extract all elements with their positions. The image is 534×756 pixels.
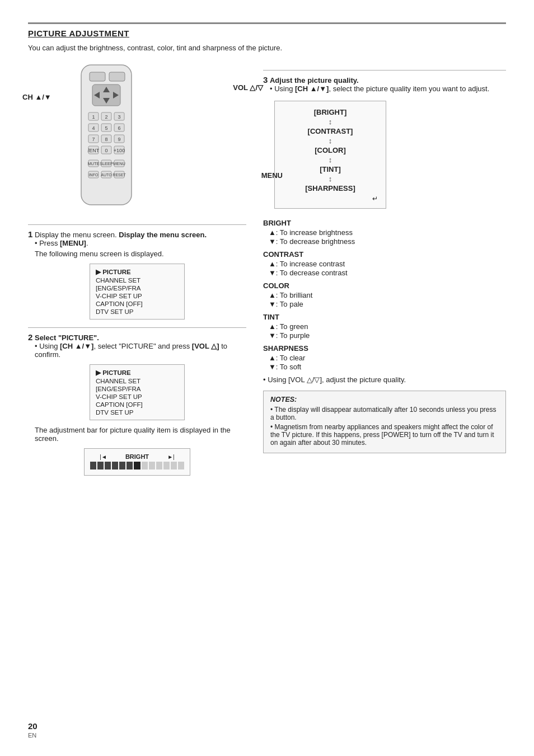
menu-item-vchip-2: V-CHIP SET UP — [96, 393, 179, 401]
vol-label: VOL △/▽ — [233, 83, 263, 92]
vol-adjust-text: • Using [VOL △/▽], adjust the picture qu… — [263, 375, 506, 384]
svg-text:9: 9 — [118, 137, 120, 142]
quality-diagram: [BRIGHT] ↕ [CONTRAST] ↕ [COLOR] ↕ [TINT]… — [274, 101, 386, 209]
contrast-title: CONTRAST — [263, 250, 506, 259]
step2-section: 2 Select "PICTURE". • Using [CH ▲/▼], se… — [28, 332, 246, 476]
bar-seg-11 — [163, 462, 170, 469]
sharpness-title: SHARPNESS — [263, 344, 506, 353]
quality-color: [COLOR] — [283, 146, 378, 154]
step3-body1: • Using [CH ▲/▼], select the picture qua… — [270, 84, 506, 93]
tint-up: ▲: To green — [269, 322, 506, 331]
tint-title: TINT — [263, 313, 506, 321]
page: PICTURE ADJUSTMENT You can adjust the br… — [0, 0, 534, 756]
svg-text:INFO: INFO — [89, 173, 99, 177]
menu-item-vchip: V-CHIP SET UP — [96, 292, 179, 300]
step3-rule — [263, 70, 506, 71]
quality-arrow-1: ↕ — [283, 118, 378, 126]
two-column-layout: CH ▲/▼ VOL △/▽ — [28, 62, 506, 481]
step1-title: Display the menu screen. — [35, 231, 117, 239]
quality-bright: [BRIGHT] — [283, 108, 378, 116]
bar-seg-8 — [142, 462, 148, 469]
svg-rect-2 — [109, 72, 125, 81]
quality-arrow-3: ↕ — [283, 156, 378, 164]
notes-item-2: • Magnetism from nearby appliances and s… — [270, 423, 499, 447]
notes-title: NOTES: — [270, 396, 499, 403]
quality-bottom-arrow: ↵ — [283, 195, 378, 203]
tint-down: ▼: To purple — [269, 331, 506, 340]
step2-rule — [28, 327, 246, 328]
quality-arrow-4: ↕ — [283, 175, 378, 183]
bar-seg-12 — [171, 462, 177, 469]
menu-item-channel-2: CHANNEL SET — [96, 377, 179, 385]
step1-body2: The following menu screen is displayed. — [35, 250, 246, 258]
menu-box-2: ▶ PICTURE CHANNEL SET [ENG/ESP/FRA V-CHI… — [90, 364, 185, 420]
quality-tint: [TINT] — [283, 165, 378, 173]
menu-item-dtv-2: DTV SET UP — [96, 408, 179, 416]
svg-text:AUTO: AUTO — [101, 173, 112, 177]
menu-item-caption-2: CAPTION [OFF] — [96, 401, 179, 408]
color-down: ▼: To pale — [269, 300, 506, 308]
menu-box-1: ▶ PICTURE CHANNEL SET [ENG/ESP/FRA V-CHI… — [90, 264, 185, 320]
bar-seg-4 — [112, 462, 118, 469]
bar-seg-13 — [178, 462, 184, 469]
footer: 20 EN — [28, 721, 38, 739]
bar-seg-2 — [97, 462, 104, 469]
svg-text:SLEEP: SLEEP — [100, 161, 113, 166]
quality-arrow-2: ↕ — [283, 137, 378, 145]
menu-item-dtv: DTV SET UP — [96, 308, 179, 316]
quality-sharpness: [SHARPNESS] — [283, 184, 378, 192]
top-rule — [28, 22, 506, 24]
step1-section: 1 Display the menu screen. Display the m… — [28, 229, 246, 320]
bar-seg-center — [134, 462, 141, 469]
bar-seg-9 — [149, 462, 155, 469]
svg-text:/ENT: /ENT — [88, 148, 100, 153]
step1-title-text: Display the menu screen. — [119, 231, 207, 239]
bar-seg-6 — [127, 462, 133, 469]
step2-heading: 2 Select "PICTURE". — [28, 332, 246, 342]
svg-text:MUTE: MUTE — [87, 161, 99, 166]
bright-title: BRIGHT — [263, 219, 506, 227]
intro-text: You can adjust the brightness, contrast,… — [28, 44, 506, 52]
bright-bar-container: |◄ BRIGHT ►| — [84, 448, 190, 476]
step3-section: 3 Adjust the picture quality. • Using [C… — [263, 75, 506, 453]
menu-item-picture-1: ▶ PICTURE — [96, 267, 179, 276]
color-up: ▲: To brilliant — [269, 291, 506, 299]
menu-item-lang-2: [ENG/ESP/FRA — [96, 385, 179, 393]
step2-title: Select "PICTURE". — [35, 334, 99, 342]
step2-body1: • Using [CH ▲/▼], select "PICTURE" and p… — [35, 342, 246, 359]
svg-text:7: 7 — [92, 137, 95, 142]
contrast-up: ▲: To increase contrast — [269, 260, 506, 268]
step3-title: Adjust the picture quality. — [270, 76, 359, 84]
svg-text:+100: +100 — [114, 148, 125, 153]
step1-heading: 1 Display the menu screen. Display the m… — [28, 229, 246, 239]
svg-text:3: 3 — [118, 114, 120, 120]
svg-text:2: 2 — [105, 114, 107, 120]
left-column: CH ▲/▼ VOL △/▽ — [28, 62, 246, 481]
svg-text:6: 6 — [118, 125, 120, 131]
svg-text:5: 5 — [105, 125, 107, 131]
menu-label: MENU — [261, 171, 283, 180]
bright-bar-title: |◄ BRIGHT ►| — [90, 453, 184, 460]
sharpness-down: ▼: To soft — [269, 363, 506, 371]
svg-text:MENU: MENU — [113, 161, 125, 166]
ch-label: CH ▲/▼ — [22, 93, 51, 101]
svg-text:4: 4 — [92, 125, 95, 131]
step2-num: 2 — [28, 332, 32, 342]
bright-up: ▲: To increase brightness — [269, 228, 506, 237]
color-title: COLOR — [263, 281, 506, 290]
bar-seg-1 — [90, 462, 96, 469]
contrast-down: ▼: To decrease contrast — [269, 269, 506, 277]
svg-rect-1 — [90, 72, 105, 81]
sharpness-up: ▲: To clear — [269, 354, 506, 362]
right-column: 3 Adjust the picture quality. • Using [C… — [263, 62, 506, 481]
step1-rule — [28, 224, 246, 225]
footer-page-num: 20 — [28, 721, 38, 731]
notes-box: NOTES: • The display will disappear auto… — [263, 391, 506, 453]
menu-item-channel: CHANNEL SET — [96, 276, 179, 284]
step3-num: 3 — [263, 75, 268, 84]
bar-seg-3 — [105, 462, 111, 469]
bright-bar-track — [90, 462, 184, 469]
step1-body1: • Press [MENU]. — [35, 239, 246, 247]
step2-body2: The adjustment bar for picture quality i… — [35, 426, 246, 443]
step1-num: 1 — [28, 229, 32, 239]
